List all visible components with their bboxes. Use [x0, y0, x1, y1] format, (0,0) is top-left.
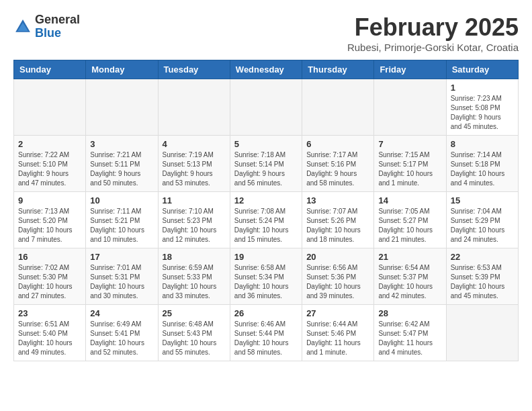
- day-number: 10: [90, 195, 153, 205]
- day-number: 9: [18, 195, 81, 205]
- day-info: Sunrise: 7:14 AM Sunset: 5:18 PM Dayligh…: [451, 150, 514, 188]
- day-cell: 11Sunrise: 7:10 AM Sunset: 5:23 PM Dayli…: [158, 192, 230, 248]
- day-info: Sunrise: 7:17 AM Sunset: 5:16 PM Dayligh…: [306, 150, 369, 188]
- day-info: Sunrise: 7:11 AM Sunset: 5:21 PM Dayligh…: [90, 207, 153, 244]
- day-number: 18: [163, 252, 226, 262]
- day-number: 25: [163, 308, 226, 318]
- day-cell: 25Sunrise: 6:48 AM Sunset: 5:43 PM Dayli…: [158, 305, 230, 361]
- day-number: 22: [451, 252, 514, 262]
- week-row-1: 1Sunrise: 7:23 AM Sunset: 5:08 PM Daylig…: [14, 79, 519, 136]
- day-cell: 7Sunrise: 7:15 AM Sunset: 5:17 PM Daylig…: [374, 136, 446, 192]
- day-number: 5: [234, 139, 298, 149]
- day-cell: 10Sunrise: 7:11 AM Sunset: 5:21 PM Dayli…: [86, 192, 158, 248]
- weekday-header-row: SundayMondayTuesdayWednesdayThursdayFrid…: [14, 60, 519, 79]
- day-number: 6: [306, 139, 369, 149]
- week-row-2: 2Sunrise: 7:22 AM Sunset: 5:10 PM Daylig…: [14, 136, 519, 192]
- day-info: Sunrise: 7:23 AM Sunset: 5:08 PM Dayligh…: [451, 94, 514, 132]
- day-number: 26: [234, 308, 298, 318]
- page-header: General Blue February 2025 Rubesi, Primo…: [13, 13, 519, 53]
- day-cell: 3Sunrise: 7:21 AM Sunset: 5:11 PM Daylig…: [86, 136, 158, 192]
- day-info: Sunrise: 7:19 AM Sunset: 5:13 PM Dayligh…: [163, 150, 226, 188]
- day-number: 16: [18, 252, 81, 262]
- day-cell: 19Sunrise: 6:58 AM Sunset: 5:34 PM Dayli…: [230, 248, 302, 305]
- day-info: Sunrise: 7:05 AM Sunset: 5:27 PM Dayligh…: [378, 207, 441, 244]
- day-cell: 8Sunrise: 7:14 AM Sunset: 5:18 PM Daylig…: [446, 136, 518, 192]
- weekday-header-saturday: Saturday: [446, 60, 518, 79]
- calendar-title: February 2025: [347, 13, 519, 42]
- day-number: 3: [90, 139, 153, 149]
- weekday-header-sunday: Sunday: [14, 60, 86, 79]
- logo-general: General: [35, 13, 80, 26]
- day-info: Sunrise: 7:21 AM Sunset: 5:11 PM Dayligh…: [90, 150, 153, 188]
- day-cell: 20Sunrise: 6:56 AM Sunset: 5:36 PM Dayli…: [302, 248, 374, 305]
- day-cell: 6Sunrise: 7:17 AM Sunset: 5:16 PM Daylig…: [302, 136, 374, 192]
- week-row-3: 9Sunrise: 7:13 AM Sunset: 5:20 PM Daylig…: [14, 192, 519, 248]
- day-info: Sunrise: 7:07 AM Sunset: 5:26 PM Dayligh…: [306, 207, 369, 244]
- logo-blue: Blue: [35, 26, 61, 40]
- day-cell: 15Sunrise: 7:04 AM Sunset: 5:29 PM Dayli…: [446, 192, 518, 248]
- day-number: 17: [90, 252, 153, 262]
- day-number: 27: [306, 308, 369, 318]
- day-info: Sunrise: 6:48 AM Sunset: 5:43 PM Dayligh…: [163, 320, 226, 357]
- day-cell: [86, 79, 158, 136]
- day-number: 24: [90, 308, 153, 318]
- day-cell: 2Sunrise: 7:22 AM Sunset: 5:10 PM Daylig…: [14, 136, 86, 192]
- day-cell: 17Sunrise: 7:01 AM Sunset: 5:31 PM Dayli…: [86, 248, 158, 305]
- day-number: 2: [18, 139, 81, 149]
- day-cell: [230, 79, 302, 136]
- day-number: 23: [18, 308, 81, 318]
- day-number: 14: [378, 195, 441, 205]
- day-number: 15: [451, 195, 514, 205]
- weekday-header-monday: Monday: [86, 60, 158, 79]
- day-info: Sunrise: 6:58 AM Sunset: 5:34 PM Dayligh…: [234, 263, 298, 301]
- day-info: Sunrise: 7:02 AM Sunset: 5:30 PM Dayligh…: [18, 263, 81, 301]
- day-cell: 1Sunrise: 7:23 AM Sunset: 5:08 PM Daylig…: [446, 79, 518, 136]
- day-number: 8: [451, 139, 514, 149]
- logo: General Blue: [13, 13, 80, 40]
- calendar-table: SundayMondayTuesdayWednesdayThursdayFrid…: [13, 60, 519, 361]
- logo-text: General Blue: [35, 13, 80, 40]
- day-number: 11: [163, 195, 226, 205]
- day-number: 13: [306, 195, 369, 205]
- day-info: Sunrise: 6:51 AM Sunset: 5:40 PM Dayligh…: [18, 320, 81, 357]
- logo-icon: [13, 17, 32, 36]
- day-number: 1: [451, 83, 514, 93]
- day-info: Sunrise: 6:42 AM Sunset: 5:47 PM Dayligh…: [378, 320, 441, 357]
- day-cell: [302, 79, 374, 136]
- day-number: 20: [306, 252, 369, 262]
- day-cell: 24Sunrise: 6:49 AM Sunset: 5:41 PM Dayli…: [86, 305, 158, 361]
- day-cell: 4Sunrise: 7:19 AM Sunset: 5:13 PM Daylig…: [158, 136, 230, 192]
- day-info: Sunrise: 6:54 AM Sunset: 5:37 PM Dayligh…: [378, 263, 441, 301]
- day-info: Sunrise: 7:18 AM Sunset: 5:14 PM Dayligh…: [234, 150, 298, 188]
- weekday-header-thursday: Thursday: [302, 60, 374, 79]
- day-cell: 9Sunrise: 7:13 AM Sunset: 5:20 PM Daylig…: [14, 192, 86, 248]
- day-info: Sunrise: 7:01 AM Sunset: 5:31 PM Dayligh…: [90, 263, 153, 301]
- day-info: Sunrise: 7:13 AM Sunset: 5:20 PM Dayligh…: [18, 207, 81, 244]
- weekday-header-wednesday: Wednesday: [230, 60, 302, 79]
- day-info: Sunrise: 6:46 AM Sunset: 5:44 PM Dayligh…: [234, 320, 298, 357]
- title-area: February 2025 Rubesi, Primorje-Gorski Ko…: [347, 13, 519, 53]
- day-cell: 13Sunrise: 7:07 AM Sunset: 5:26 PM Dayli…: [302, 192, 374, 248]
- day-number: 21: [378, 252, 441, 262]
- day-info: Sunrise: 6:53 AM Sunset: 5:39 PM Dayligh…: [451, 263, 514, 301]
- day-cell: 28Sunrise: 6:42 AM Sunset: 5:47 PM Dayli…: [374, 305, 446, 361]
- day-info: Sunrise: 7:15 AM Sunset: 5:17 PM Dayligh…: [378, 150, 441, 188]
- day-cell: 27Sunrise: 6:44 AM Sunset: 5:46 PM Dayli…: [302, 305, 374, 361]
- day-info: Sunrise: 6:49 AM Sunset: 5:41 PM Dayligh…: [90, 320, 153, 357]
- day-info: Sunrise: 7:04 AM Sunset: 5:29 PM Dayligh…: [451, 207, 514, 244]
- calendar-subtitle: Rubesi, Primorje-Gorski Kotar, Croatia: [347, 42, 519, 53]
- day-number: 4: [163, 139, 226, 149]
- day-cell: 5Sunrise: 7:18 AM Sunset: 5:14 PM Daylig…: [230, 136, 302, 192]
- day-number: 19: [234, 252, 298, 262]
- day-cell: [374, 79, 446, 136]
- day-cell: 14Sunrise: 7:05 AM Sunset: 5:27 PM Dayli…: [374, 192, 446, 248]
- day-cell: 16Sunrise: 7:02 AM Sunset: 5:30 PM Dayli…: [14, 248, 86, 305]
- day-cell: 23Sunrise: 6:51 AM Sunset: 5:40 PM Dayli…: [14, 305, 86, 361]
- day-info: Sunrise: 6:59 AM Sunset: 5:33 PM Dayligh…: [163, 263, 226, 301]
- day-info: Sunrise: 6:56 AM Sunset: 5:36 PM Dayligh…: [306, 263, 369, 301]
- day-cell: 26Sunrise: 6:46 AM Sunset: 5:44 PM Dayli…: [230, 305, 302, 361]
- day-number: 28: [378, 308, 441, 318]
- weekday-header-friday: Friday: [374, 60, 446, 79]
- day-cell: [446, 305, 518, 361]
- week-row-5: 23Sunrise: 6:51 AM Sunset: 5:40 PM Dayli…: [14, 305, 519, 361]
